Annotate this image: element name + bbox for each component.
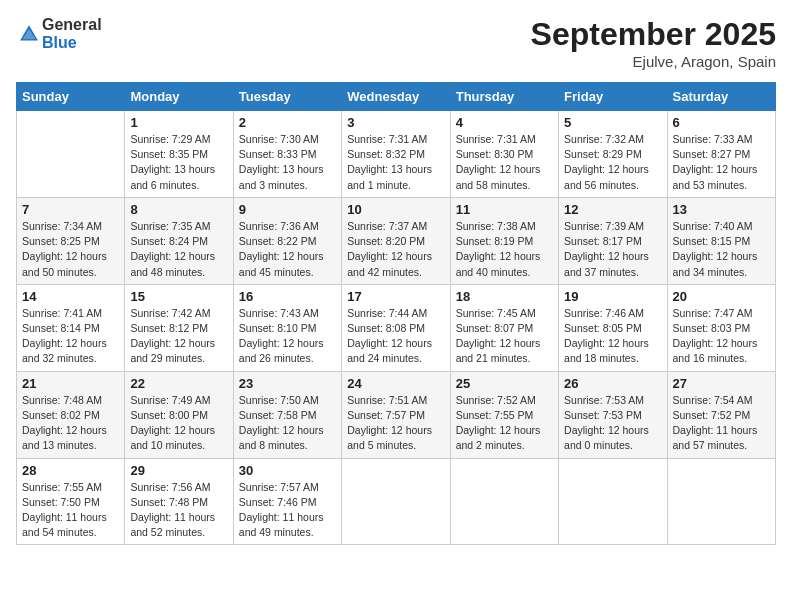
day-cell: 18Sunrise: 7:45 AM Sunset: 8:07 PM Dayli… — [450, 284, 558, 371]
location: Ejulve, Aragon, Spain — [531, 53, 776, 70]
day-number: 4 — [456, 115, 553, 130]
day-number: 3 — [347, 115, 444, 130]
day-cell: 16Sunrise: 7:43 AM Sunset: 8:10 PM Dayli… — [233, 284, 341, 371]
day-cell: 29Sunrise: 7:56 AM Sunset: 7:48 PM Dayli… — [125, 458, 233, 545]
week-row-1: 7Sunrise: 7:34 AM Sunset: 8:25 PM Daylig… — [17, 197, 776, 284]
day-info: Sunrise: 7:52 AM Sunset: 7:55 PM Dayligh… — [456, 393, 553, 454]
day-info: Sunrise: 7:40 AM Sunset: 8:15 PM Dayligh… — [673, 219, 770, 280]
day-number: 7 — [22, 202, 119, 217]
day-cell: 27Sunrise: 7:54 AM Sunset: 7:52 PM Dayli… — [667, 371, 775, 458]
day-info: Sunrise: 7:36 AM Sunset: 8:22 PM Dayligh… — [239, 219, 336, 280]
day-info: Sunrise: 7:56 AM Sunset: 7:48 PM Dayligh… — [130, 480, 227, 541]
day-info: Sunrise: 7:43 AM Sunset: 8:10 PM Dayligh… — [239, 306, 336, 367]
logo-blue: Blue — [42, 34, 102, 52]
day-cell: 4Sunrise: 7:31 AM Sunset: 8:30 PM Daylig… — [450, 111, 558, 198]
day-info: Sunrise: 7:55 AM Sunset: 7:50 PM Dayligh… — [22, 480, 119, 541]
day-info: Sunrise: 7:31 AM Sunset: 8:32 PM Dayligh… — [347, 132, 444, 193]
day-number: 18 — [456, 289, 553, 304]
week-row-3: 21Sunrise: 7:48 AM Sunset: 8:02 PM Dayli… — [17, 371, 776, 458]
column-header-wednesday: Wednesday — [342, 83, 450, 111]
logo-icon — [18, 23, 40, 45]
day-info: Sunrise: 7:47 AM Sunset: 8:03 PM Dayligh… — [673, 306, 770, 367]
day-info: Sunrise: 7:50 AM Sunset: 7:58 PM Dayligh… — [239, 393, 336, 454]
day-info: Sunrise: 7:42 AM Sunset: 8:12 PM Dayligh… — [130, 306, 227, 367]
day-cell: 14Sunrise: 7:41 AM Sunset: 8:14 PM Dayli… — [17, 284, 125, 371]
day-number: 8 — [130, 202, 227, 217]
day-number: 15 — [130, 289, 227, 304]
day-cell: 3Sunrise: 7:31 AM Sunset: 8:32 PM Daylig… — [342, 111, 450, 198]
day-cell: 23Sunrise: 7:50 AM Sunset: 7:58 PM Dayli… — [233, 371, 341, 458]
day-number: 25 — [456, 376, 553, 391]
day-number: 13 — [673, 202, 770, 217]
day-info: Sunrise: 7:44 AM Sunset: 8:08 PM Dayligh… — [347, 306, 444, 367]
logo-general: General — [42, 16, 102, 34]
day-info: Sunrise: 7:51 AM Sunset: 7:57 PM Dayligh… — [347, 393, 444, 454]
day-cell: 2Sunrise: 7:30 AM Sunset: 8:33 PM Daylig… — [233, 111, 341, 198]
day-cell: 6Sunrise: 7:33 AM Sunset: 8:27 PM Daylig… — [667, 111, 775, 198]
column-header-tuesday: Tuesday — [233, 83, 341, 111]
day-info: Sunrise: 7:57 AM Sunset: 7:46 PM Dayligh… — [239, 480, 336, 541]
day-number: 30 — [239, 463, 336, 478]
week-row-2: 14Sunrise: 7:41 AM Sunset: 8:14 PM Dayli… — [17, 284, 776, 371]
day-cell: 12Sunrise: 7:39 AM Sunset: 8:17 PM Dayli… — [559, 197, 667, 284]
day-info: Sunrise: 7:33 AM Sunset: 8:27 PM Dayligh… — [673, 132, 770, 193]
day-number: 10 — [347, 202, 444, 217]
day-info: Sunrise: 7:29 AM Sunset: 8:35 PM Dayligh… — [130, 132, 227, 193]
title-block: September 2025 Ejulve, Aragon, Spain — [531, 16, 776, 70]
day-number: 20 — [673, 289, 770, 304]
logo-text: General Blue — [42, 16, 102, 51]
day-cell: 15Sunrise: 7:42 AM Sunset: 8:12 PM Dayli… — [125, 284, 233, 371]
day-cell: 22Sunrise: 7:49 AM Sunset: 8:00 PM Dayli… — [125, 371, 233, 458]
day-cell: 8Sunrise: 7:35 AM Sunset: 8:24 PM Daylig… — [125, 197, 233, 284]
day-cell: 5Sunrise: 7:32 AM Sunset: 8:29 PM Daylig… — [559, 111, 667, 198]
day-number: 24 — [347, 376, 444, 391]
column-header-thursday: Thursday — [450, 83, 558, 111]
day-cell — [450, 458, 558, 545]
day-cell: 19Sunrise: 7:46 AM Sunset: 8:05 PM Dayli… — [559, 284, 667, 371]
day-cell: 21Sunrise: 7:48 AM Sunset: 8:02 PM Dayli… — [17, 371, 125, 458]
day-info: Sunrise: 7:45 AM Sunset: 8:07 PM Dayligh… — [456, 306, 553, 367]
day-number: 21 — [22, 376, 119, 391]
page-header: General Blue September 2025 Ejulve, Arag… — [16, 16, 776, 70]
day-cell: 20Sunrise: 7:47 AM Sunset: 8:03 PM Dayli… — [667, 284, 775, 371]
calendar-table: SundayMondayTuesdayWednesdayThursdayFrid… — [16, 82, 776, 545]
logo: General Blue — [16, 16, 102, 51]
day-number: 5 — [564, 115, 661, 130]
day-number: 29 — [130, 463, 227, 478]
day-info: Sunrise: 7:53 AM Sunset: 7:53 PM Dayligh… — [564, 393, 661, 454]
day-number: 19 — [564, 289, 661, 304]
day-number: 9 — [239, 202, 336, 217]
day-info: Sunrise: 7:37 AM Sunset: 8:20 PM Dayligh… — [347, 219, 444, 280]
day-info: Sunrise: 7:49 AM Sunset: 8:00 PM Dayligh… — [130, 393, 227, 454]
day-number: 23 — [239, 376, 336, 391]
day-info: Sunrise: 7:46 AM Sunset: 8:05 PM Dayligh… — [564, 306, 661, 367]
day-number: 22 — [130, 376, 227, 391]
day-cell: 1Sunrise: 7:29 AM Sunset: 8:35 PM Daylig… — [125, 111, 233, 198]
day-info: Sunrise: 7:48 AM Sunset: 8:02 PM Dayligh… — [22, 393, 119, 454]
day-cell: 28Sunrise: 7:55 AM Sunset: 7:50 PM Dayli… — [17, 458, 125, 545]
day-number: 26 — [564, 376, 661, 391]
day-cell — [342, 458, 450, 545]
day-number: 17 — [347, 289, 444, 304]
day-cell — [559, 458, 667, 545]
day-number: 1 — [130, 115, 227, 130]
day-number: 14 — [22, 289, 119, 304]
day-number: 16 — [239, 289, 336, 304]
week-row-4: 28Sunrise: 7:55 AM Sunset: 7:50 PM Dayli… — [17, 458, 776, 545]
day-cell: 17Sunrise: 7:44 AM Sunset: 8:08 PM Dayli… — [342, 284, 450, 371]
column-header-monday: Monday — [125, 83, 233, 111]
day-number: 28 — [22, 463, 119, 478]
day-number: 12 — [564, 202, 661, 217]
day-cell: 7Sunrise: 7:34 AM Sunset: 8:25 PM Daylig… — [17, 197, 125, 284]
column-header-sunday: Sunday — [17, 83, 125, 111]
day-info: Sunrise: 7:41 AM Sunset: 8:14 PM Dayligh… — [22, 306, 119, 367]
day-info: Sunrise: 7:39 AM Sunset: 8:17 PM Dayligh… — [564, 219, 661, 280]
day-cell: 26Sunrise: 7:53 AM Sunset: 7:53 PM Dayli… — [559, 371, 667, 458]
day-info: Sunrise: 7:35 AM Sunset: 8:24 PM Dayligh… — [130, 219, 227, 280]
day-info: Sunrise: 7:34 AM Sunset: 8:25 PM Dayligh… — [22, 219, 119, 280]
column-header-saturday: Saturday — [667, 83, 775, 111]
day-number: 11 — [456, 202, 553, 217]
day-cell: 9Sunrise: 7:36 AM Sunset: 8:22 PM Daylig… — [233, 197, 341, 284]
column-header-friday: Friday — [559, 83, 667, 111]
day-number: 2 — [239, 115, 336, 130]
